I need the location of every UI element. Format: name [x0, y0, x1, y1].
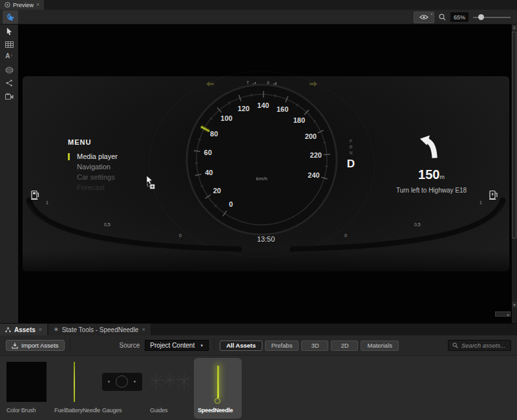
zoom-slider-handle[interactable] — [478, 14, 484, 20]
asset-tile-gauges[interactable]: Gauges — [102, 361, 142, 414]
filter-all-assets[interactable]: All Assets — [220, 341, 262, 351]
fuel-pump-icon — [31, 190, 40, 200]
battery-full-label: 1 — [480, 200, 482, 205]
toolbar-separator — [214, 338, 215, 353]
close-icon[interactable]: × — [39, 326, 42, 333]
gauges-thumbnail — [102, 373, 142, 391]
zoom-level-value[interactable]: 65% — [450, 12, 469, 22]
filter-2d[interactable]: 2D — [331, 341, 358, 351]
tool-rail: A↓ — [0, 25, 18, 323]
horizontal-scrollbar[interactable]: ▸ — [495, 311, 511, 317]
drag-copy-cursor-icon — [143, 174, 156, 190]
instrument-cluster: 020406080100120140160180200220240km/h ME… — [23, 76, 509, 271]
search-assets-input[interactable]: Search assets... — [448, 340, 511, 351]
battery-charge-icon — [489, 190, 498, 200]
asset-tile-guides[interactable]: Guides — [150, 361, 190, 414]
zoom-slider[interactable] — [473, 14, 511, 21]
search-placeholder: Search assets... — [461, 342, 505, 349]
camera-tool-icon[interactable] — [3, 91, 15, 101]
battery-half-label: 0,5 — [414, 222, 421, 227]
chevron-down-icon: ▼ — [200, 344, 204, 348]
speedneedle-thumbnail — [217, 366, 219, 398]
import-assets-button[interactable]: Import Assets — [6, 340, 65, 351]
filter-materials[interactable]: Materials — [361, 341, 399, 351]
asset-tile-color-brush[interactable]: Color Brush — [6, 361, 47, 414]
tab-preview[interactable]: Preview × — [0, 0, 44, 10]
close-icon[interactable]: × — [142, 326, 145, 333]
live-selection-tool-button[interactable] — [3, 10, 18, 24]
zoom-magnifier-icon — [439, 14, 446, 21]
vertical-scrollbar-thumb[interactable] — [512, 32, 516, 238]
color-brush-thumbnail — [6, 362, 47, 402]
scrollbar-menu-icon[interactable]: ≡ — [512, 25, 517, 30]
fuel-full-label: 1 — [46, 200, 48, 205]
preview-toolbar: 65% — [0, 10, 517, 25]
toolbar-separator — [70, 338, 70, 353]
visibility-toggle-button[interactable] — [414, 12, 434, 23]
asset-tile-speedneedle[interactable]: SpeedNeedle — [194, 358, 242, 419]
asset-tile-fuelbatteryneedle[interactable]: FuelBatteryNeedle — [54, 361, 94, 414]
text-tool-icon[interactable]: A↓ — [3, 52, 15, 62]
scrollbar-down-arrow-icon[interactable]: ▾ — [512, 302, 517, 308]
play-circle-icon — [5, 2, 10, 8]
view-controls: 65% — [414, 10, 511, 25]
close-icon[interactable]: × — [36, 2, 39, 8]
layers-tool-icon[interactable] — [3, 65, 15, 75]
preview-canvas[interactable]: 020406080100120140160180200220240km/h ME… — [18, 25, 512, 323]
source-label: Source — [120, 342, 140, 349]
grid-tool-icon[interactable] — [3, 39, 15, 49]
panel-tabbar: Assets × ✳ State Tools - SpeedNeedle × — [0, 324, 517, 335]
assets-icon — [5, 327, 11, 333]
tab-state-tools-speedneedle[interactable]: ✳ State Tools - SpeedNeedle × — [48, 324, 151, 335]
asset-filters: All Assets Prefabs 3D 2D Materials — [220, 341, 399, 351]
vertical-scrollbar[interactable]: ≡ ▾ — [512, 25, 517, 323]
filter-prefabs[interactable]: Prefabs — [265, 341, 299, 351]
cluster-clock: 13:50 — [23, 235, 509, 243]
tab-assets[interactable]: Assets × — [0, 324, 47, 335]
source-dropdown[interactable]: Project Content ▼ — [145, 340, 209, 351]
document-tabbar: Preview × — [0, 0, 517, 10]
import-icon — [12, 342, 18, 349]
select-cursor-icon[interactable] — [3, 26, 15, 36]
asset-grid: Color Brush FuelBatteryNeedle Gauges — [0, 356, 517, 420]
assets-toolbar: Import Assets Source Project Content ▼ A… — [0, 335, 517, 356]
connections-tool-icon[interactable] — [3, 78, 15, 88]
eye-badge-dot — [431, 14, 432, 15]
eye-icon — [419, 14, 428, 20]
fuelbatteryneedle-thumbnail — [74, 362, 75, 402]
design-studio-window: Preview × 65% — [0, 0, 517, 420]
guides-thumbnail — [151, 370, 189, 394]
assets-panel: Assets × ✳ State Tools - SpeedNeedle × I… — [0, 323, 517, 420]
fuel-half-label: 0,5 — [104, 222, 111, 227]
state-tools-icon: ✳ — [54, 326, 59, 333]
preview-tab-label: Preview — [13, 2, 34, 8]
blue-cursor-icon — [6, 12, 16, 22]
filter-3d[interactable]: 3D — [301, 341, 328, 351]
search-icon — [452, 342, 458, 348]
